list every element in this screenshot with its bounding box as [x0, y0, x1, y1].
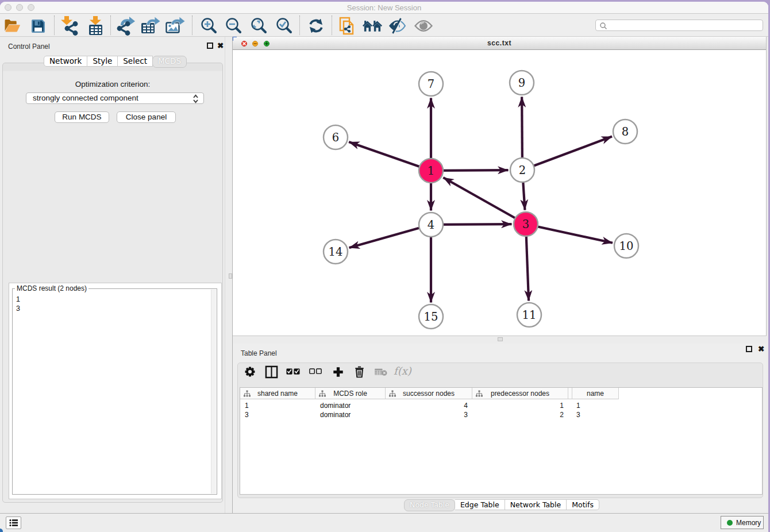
- horizontal-split-handle[interactable]: [498, 337, 503, 341]
- titlebar: Session: New Session: [0, 2, 768, 14]
- control-panel-tabs: NetworkStyleSelectMCDS: [3, 56, 228, 68]
- network-frame-title: scc.txt: [233, 39, 766, 47]
- optimization-dropdown[interactable]: strongly connected component: [26, 92, 204, 104]
- memory-button[interactable]: Memory: [721, 516, 764, 529]
- network-view[interactable]: 7968124314101511: [233, 50, 766, 336]
- import-table-icon[interactable]: [86, 16, 105, 36]
- select-all-icon[interactable]: [284, 363, 302, 380]
- table-cell[interactable]: 1: [240, 401, 315, 410]
- add-icon[interactable]: [329, 363, 346, 380]
- window-title: Session: New Session: [0, 3, 768, 12]
- edge-1-6[interactable]: [349, 142, 431, 171]
- memory-label: Memory: [736, 519, 761, 527]
- mcds-result-text[interactable]: 1 3: [16, 295, 20, 313]
- table-row[interactable]: 3dominator323: [240, 410, 619, 419]
- table-cell[interactable]: 4: [386, 401, 472, 410]
- delete-icon[interactable]: [351, 363, 368, 380]
- result-scrollbar[interactable]: [211, 290, 216, 494]
- table-tab-node-table[interactable]: Node Table: [404, 499, 455, 511]
- duplicate-network-icon[interactable]: [338, 16, 357, 36]
- hide-details-icon[interactable]: [387, 16, 407, 36]
- mcds-panel: Optimization criterion: strongly connect…: [2, 63, 223, 503]
- control-panel: Control Panel ✖ NetworkStyleSelectMCDS O…: [0, 37, 225, 513]
- zoom-selected-icon[interactable]: [274, 16, 294, 36]
- refresh-icon[interactable]: [306, 16, 326, 36]
- edge-3-10[interactable]: [526, 224, 613, 243]
- vertical-split-handle[interactable]: [229, 273, 232, 279]
- memory-status-icon: [727, 520, 733, 526]
- deselect-all-icon[interactable]: [307, 363, 324, 380]
- optimization-label: Optimization criterion:: [3, 80, 222, 88]
- node-label-4: 4: [428, 218, 434, 232]
- node-label-9: 9: [518, 76, 525, 90]
- table-tab-edge-table[interactable]: Edge Table: [455, 499, 505, 510]
- zoom-out-icon[interactable]: [224, 16, 243, 36]
- table-cell[interactable]: 3: [386, 410, 472, 419]
- column-header-name[interactable]: name: [572, 388, 619, 399]
- status-bar: Memory: [0, 513, 768, 532]
- table-cell[interactable]: 1: [472, 401, 568, 410]
- open-session-icon[interactable]: [3, 16, 22, 36]
- table-close-icon[interactable]: ✖: [758, 346, 764, 352]
- mcds-result-title: MCDS result (2 nodes): [15, 284, 88, 292]
- main-toolbar: [0, 14, 768, 37]
- node-table: shared nameMCDS rolesuccessor nodesprede…: [240, 387, 763, 495]
- node-label-6: 6: [332, 131, 339, 144]
- settings-icon[interactable]: [241, 363, 259, 380]
- table-cell[interactable]: 3: [240, 410, 315, 419]
- save-session-icon[interactable]: [28, 16, 48, 36]
- delete-table-icon[interactable]: [372, 363, 390, 380]
- node-label-14: 14: [329, 245, 343, 259]
- search-input[interactable]: [595, 20, 763, 31]
- mcds-result-box: MCDS result (2 nodes) 1 3: [9, 283, 222, 499]
- home-icon[interactable]: [363, 16, 382, 36]
- table-cell[interactable]: dominator: [315, 410, 386, 419]
- column-header-MCDS-role[interactable]: MCDS role: [315, 388, 386, 399]
- control-panel-title: Control Panel: [8, 43, 50, 51]
- table-cell[interactable]: 2: [472, 410, 568, 419]
- column-header-shared-name[interactable]: shared name: [240, 388, 315, 399]
- table-cell[interactable]: 3: [572, 410, 619, 419]
- tab-mcds[interactable]: MCDS: [152, 56, 187, 68]
- task-history-button[interactable]: [6, 516, 21, 529]
- edge-3-1[interactable]: [443, 178, 526, 224]
- edge-2-8[interactable]: [522, 137, 612, 170]
- function-icon[interactable]: f(x): [394, 365, 411, 377]
- table-float-icon[interactable]: [746, 346, 752, 352]
- tab-network[interactable]: Network: [44, 56, 87, 67]
- column-header-predecessor-nodes[interactable]: predecessor nodes: [472, 388, 568, 399]
- vertical-split-divider[interactable]: [225, 37, 233, 513]
- table-tab-network-table[interactable]: Network Table: [505, 499, 567, 510]
- node-label-15: 15: [424, 310, 438, 323]
- float-panel-icon[interactable]: [207, 43, 213, 49]
- tab-select[interactable]: Select: [118, 56, 153, 67]
- import-network-icon[interactable]: [60, 16, 80, 36]
- close-panel-icon[interactable]: ✖: [217, 43, 224, 49]
- search-icon: [599, 22, 607, 30]
- column-header-successor-nodes[interactable]: successor nodes: [386, 388, 472, 399]
- network-frame-header[interactable]: scc.txt: [233, 37, 766, 50]
- horizontal-split-divider[interactable]: [233, 336, 767, 344]
- columns-icon[interactable]: [263, 363, 280, 380]
- node-label-10: 10: [619, 240, 634, 253]
- export-image-icon[interactable]: [165, 16, 185, 36]
- export-network-icon[interactable]: [116, 16, 136, 36]
- close-panel-button[interactable]: Close panel: [117, 111, 176, 123]
- tab-style[interactable]: Style: [87, 56, 118, 67]
- run-mcds-button[interactable]: Run MCDS: [55, 111, 109, 123]
- table-cell[interactable]: 1: [572, 401, 619, 410]
- table-tab-motifs[interactable]: Motifs: [567, 499, 599, 510]
- table-row[interactable]: 1dominator411: [240, 401, 619, 410]
- node-label-7: 7: [428, 78, 434, 91]
- export-table-icon[interactable]: [141, 16, 160, 36]
- show-details-icon[interactable]: [414, 16, 433, 36]
- table-panel: Table Panel ✖ f(x) shared nameMCDS roles…: [233, 344, 767, 513]
- zoom-in-icon[interactable]: [199, 16, 218, 36]
- table-tabs: Node TableEdge TableNetwork TableMotifs: [235, 499, 768, 511]
- zoom-fit-icon[interactable]: [249, 16, 268, 36]
- table-cell[interactable]: dominator: [315, 401, 386, 410]
- node-label-1: 1: [428, 164, 434, 178]
- toolbar-separator: [192, 16, 192, 35]
- dropdown-value: strongly connected component: [33, 94, 138, 102]
- table-header-row: shared nameMCDS rolesuccessor nodesprede…: [240, 388, 619, 399]
